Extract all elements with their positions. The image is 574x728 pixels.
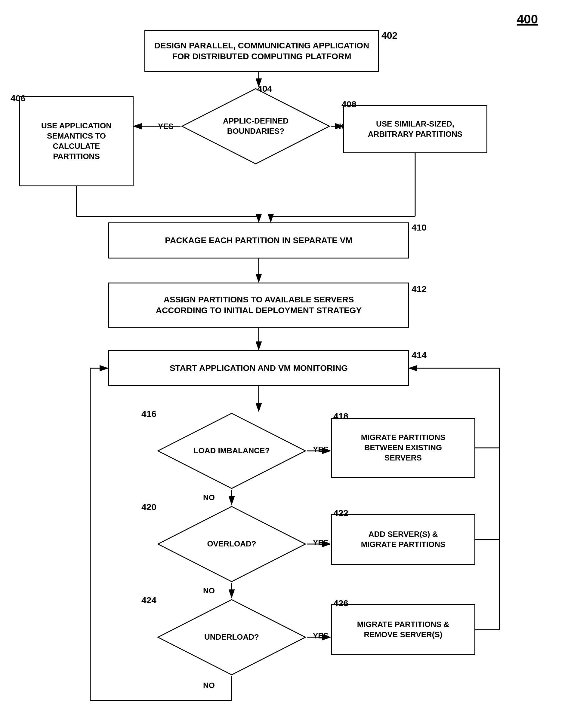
label-424-yes: YES xyxy=(313,631,329,641)
label-424-no: NO xyxy=(203,681,215,690)
box-418: MIGRATE PARTITIONSBETWEEN EXISTINGSERVER… xyxy=(331,418,475,478)
stepnum-406: 406 xyxy=(10,93,26,103)
stepnum-418: 418 xyxy=(333,411,348,421)
box-426: MIGRATE PARTITIONS &REMOVE SERVER(S) xyxy=(331,604,475,655)
diamond-416-text: LOAD IMBALANCE? xyxy=(194,446,270,456)
stepnum-408: 408 xyxy=(341,99,357,109)
label-420-yes: YES xyxy=(313,538,329,547)
stepnum-412: 412 xyxy=(412,284,426,294)
stepnum-416: 416 xyxy=(141,409,156,419)
figure-number: 400 xyxy=(517,12,538,27)
box-402: DESIGN PARALLEL, COMMUNICATING APPLICATI… xyxy=(145,30,379,72)
stepnum-420: 420 xyxy=(141,502,156,512)
stepnum-422: 422 xyxy=(333,508,348,518)
stepnum-402: 402 xyxy=(381,30,398,41)
diamond-404: APPLIC-DEFINEDBOUNDARIES? xyxy=(180,87,331,165)
diamond-420: OVERLOAD? xyxy=(156,505,307,583)
diamond-416: LOAD IMBALANCE? xyxy=(156,412,307,490)
box-412: ASSIGN PARTITIONS TO AVAILABLE SERVERSAC… xyxy=(108,282,409,328)
diamond-420-text: OVERLOAD? xyxy=(207,539,256,549)
box-414: START APPLICATION AND VM MONITORING xyxy=(108,350,409,386)
label-416-no: NO xyxy=(203,493,215,502)
diamond-424-text: UNDERLOAD? xyxy=(204,632,259,642)
box-422: ADD SERVER(S) &MIGRATE PARTITIONS xyxy=(331,514,475,565)
diamond-424: UNDERLOAD? xyxy=(156,598,307,676)
stepnum-426: 426 xyxy=(333,598,348,608)
box-406: USE APPLICATIONSEMANTICS TOCALCULATEPART… xyxy=(19,96,133,186)
diagram-container: 400 DESIGN PARALLEL, COMMUNICATING APPLI… xyxy=(0,0,574,728)
diamond-404-text: APPLIC-DEFINEDBOUNDARIES? xyxy=(223,116,288,136)
box-410: PACKAGE EACH PARTITION IN SEPARATE VM xyxy=(108,222,409,259)
stepnum-424: 424 xyxy=(141,595,156,605)
label-420-no: NO xyxy=(203,586,215,595)
stepnum-404: 404 xyxy=(257,84,272,94)
box-408: USE SIMILAR-SIZED,ARBITRARY PARTITIONS xyxy=(343,105,487,153)
stepnum-410: 410 xyxy=(412,222,426,233)
label-404-yes: YES xyxy=(158,122,174,131)
stepnum-414: 414 xyxy=(412,350,426,360)
label-416-yes: YES xyxy=(313,445,329,454)
